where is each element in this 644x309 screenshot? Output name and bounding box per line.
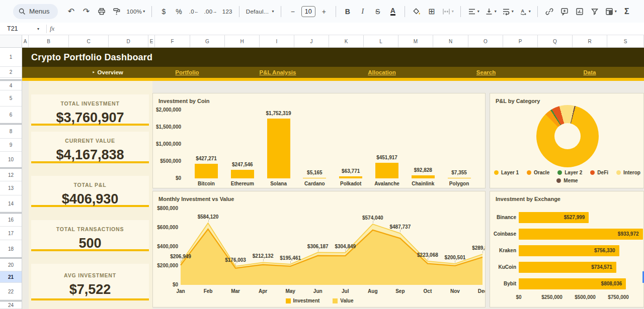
undo-button[interactable]: ↶ (65, 5, 78, 19)
column-header-F[interactable]: F (155, 35, 190, 47)
row-header-22[interactable]: 22 (0, 283, 22, 301)
kpi-card-total-pnl: TOTAL P&L $406,930 (31, 176, 149, 207)
row-header-17[interactable]: 17 (0, 227, 22, 240)
increase-decimal-button[interactable]: .00→ (202, 5, 218, 19)
insert-link-button[interactable] (543, 5, 556, 19)
decrease-font-size-button[interactable]: − (286, 5, 299, 19)
column-header-M[interactable]: M (398, 35, 433, 47)
x-axis-label: Feb (196, 288, 221, 294)
column-header-J[interactable]: J (294, 35, 329, 47)
strikethrough-button[interactable]: S (371, 5, 384, 19)
name-box[interactable]: T21 ▾ (0, 25, 43, 32)
column-header-C[interactable]: C (69, 35, 109, 47)
nav-tab-allocation[interactable]: Allocation (368, 67, 396, 78)
chart-title: Investment by Exchange (496, 196, 560, 202)
chevron-down-icon: ▾ (495, 9, 497, 14)
column-header-A[interactable]: A (22, 35, 29, 47)
formula-input[interactable] (54, 23, 644, 35)
insert-table-button[interactable]: ▾ (603, 5, 618, 19)
column-header-O[interactable]: O (468, 35, 503, 47)
print-button[interactable] (95, 5, 108, 19)
column-header-I[interactable]: I (260, 35, 294, 47)
create-filter-button[interactable] (588, 5, 601, 19)
column-header-P[interactable]: P (503, 35, 538, 47)
insert-comment-button[interactable] (558, 5, 571, 19)
row-header-10[interactable]: 10 (0, 152, 22, 169)
row-header-12[interactable]: 12 (0, 169, 22, 181)
decrease-decimal-button[interactable]: .0← (187, 5, 200, 19)
column-header-H[interactable]: H (225, 35, 260, 47)
redo-button[interactable]: ↷ (80, 5, 93, 19)
formula-bar: T21 ▾ fx (0, 23, 644, 35)
row-header-4[interactable]: 4 (0, 81, 22, 90)
spreadsheet-app: Menus ↶ ↷ 100% ▾ $ % .0← (0, 0, 644, 309)
x-axis-label: Apr (251, 288, 276, 294)
row-header-21[interactable]: 21 (0, 271, 22, 283)
row-header-13[interactable]: 13 (0, 181, 22, 195)
column-header-L[interactable]: L (364, 35, 398, 47)
column-header-S[interactable]: S (607, 35, 644, 47)
divider (460, 6, 461, 17)
select-all-corner[interactable] (0, 35, 22, 47)
zoom-select[interactable]: 100% ▾ (125, 5, 147, 19)
row-header-5[interactable]: 5 (0, 90, 22, 107)
label-leader-line (181, 259, 181, 262)
italic-button[interactable]: I (356, 5, 369, 19)
merge-cells-button[interactable]: ▾ (440, 5, 455, 19)
increase-font-size-button[interactable]: + (317, 5, 331, 19)
horizontal-align-button[interactable]: ▾ (466, 5, 481, 19)
bold-button[interactable]: B (341, 5, 354, 19)
column-header-K[interactable]: K (329, 35, 364, 47)
legend-item-value: Value (333, 298, 353, 303)
column-header-D[interactable]: D (109, 35, 148, 47)
x-axis-tick: $250,000 (535, 294, 569, 300)
nav-tab-portfolio[interactable]: Portfolio (175, 67, 199, 78)
menus-search[interactable]: Menus (13, 4, 58, 19)
cell-reference: T21 (7, 25, 18, 32)
nav-tab-overview[interactable]: ‣Overview (92, 67, 123, 78)
column-header-Q[interactable]: Q (538, 35, 573, 47)
nav-tab-label: Overview (98, 69, 123, 75)
more-formats-button[interactable]: 123 (221, 5, 234, 19)
font-select[interactable]: Defaul... ▾ (245, 5, 276, 19)
point-value-label: $289,860 (460, 245, 486, 251)
row-header-8[interactable]: 8 (0, 125, 22, 139)
column-header-R[interactable]: R (573, 35, 607, 47)
row-header-2[interactable]: 2 (0, 67, 22, 78)
row-header-20[interactable]: 20 (0, 259, 22, 271)
paint-format-button[interactable] (110, 5, 123, 19)
row-header-9[interactable]: 9 (0, 139, 22, 152)
nav-tab-data[interactable]: Data (584, 67, 596, 78)
legend-item-layer-1: Layer 1 (494, 170, 519, 175)
text-rotation-button[interactable]: A ▾ (517, 5, 532, 19)
row-header-16[interactable]: 16 (0, 214, 22, 227)
row-header-18[interactable]: 18 (0, 240, 22, 259)
legend-label: Investment (293, 298, 320, 303)
row-header-14[interactable]: 14 (0, 195, 22, 214)
column-header-B[interactable]: B (29, 35, 69, 47)
nav-tab-search[interactable]: Search (476, 67, 496, 78)
format-currency-button[interactable]: $ (157, 5, 170, 19)
nav-tab-p-l-analysis[interactable]: P&L Analysis (260, 67, 296, 78)
chart-title: P&L by Category (496, 98, 540, 104)
functions-button[interactable]: Σ (620, 5, 633, 19)
column-header-E[interactable]: E (148, 35, 155, 47)
column-header-N[interactable]: N (433, 35, 468, 47)
borders-button[interactable]: ⊞ (425, 5, 438, 19)
text-color-button[interactable]: A (390, 8, 395, 16)
divider (46, 25, 47, 33)
text-wrap-button[interactable]: ▾ (500, 5, 515, 19)
point-value-label: $304,849 (323, 244, 368, 249)
row-header-6[interactable]: 6 (0, 107, 22, 125)
fill-color-button[interactable] (410, 5, 423, 19)
format-percent-button[interactable]: % (172, 5, 185, 19)
row-header-24[interactable]: 24 (0, 301, 22, 309)
vertical-align-button[interactable]: ▾ (483, 5, 498, 19)
insert-chart-button[interactable] (573, 5, 586, 19)
row-header-1[interactable]: 1 (0, 48, 22, 67)
font-size-input[interactable]: 10 (301, 6, 315, 17)
label-leader-line (345, 249, 346, 252)
column-header-G[interactable]: G (190, 35, 225, 47)
legend-dot (556, 178, 561, 183)
nav-tab-label: P&L Analysis (260, 69, 296, 75)
